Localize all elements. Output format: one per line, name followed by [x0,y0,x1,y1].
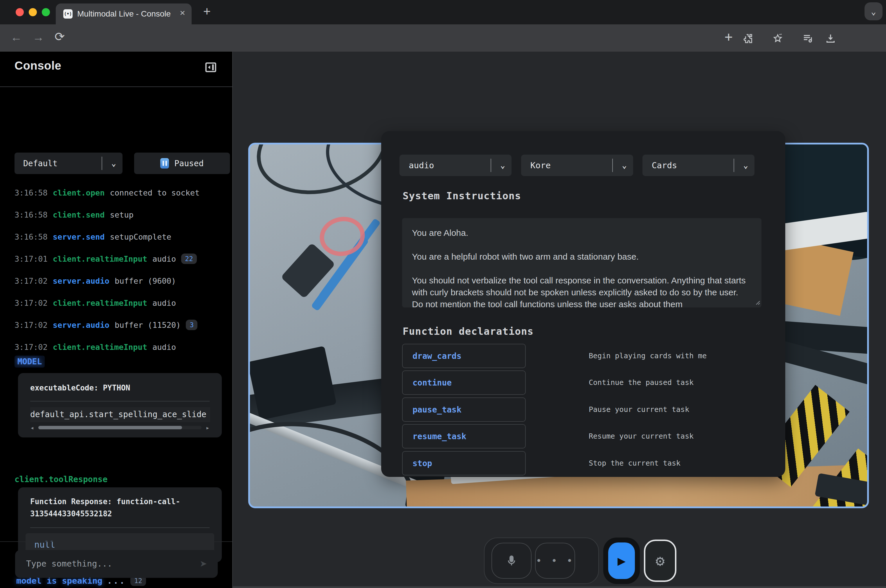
chevron-down-icon: ⌄ [871,6,876,16]
code-horizontal-scrollbar[interactable]: ◂ ▸ [30,424,210,431]
microphone-button[interactable] [492,543,531,579]
function-name: stop [412,459,432,468]
function-description: Continue the paused task [589,370,693,395]
message-input-placeholder: Type something... [26,559,112,568]
send-icon[interactable]: ➤ [200,557,207,571]
pause-button-label: Paused [174,159,203,168]
console-title: Console [15,59,61,72]
response-modality-select[interactable]: audio ⌄ [399,154,511,176]
download-icon[interactable] [824,33,836,46]
gear-icon: ⚙ [656,552,665,569]
system-instructions-textarea[interactable]: You are Aloha. You are a helpful robot w… [402,218,761,308]
voice-select[interactable]: Kore ⌄ [521,154,633,176]
forward-button[interactable]: → [33,31,44,44]
executable-code-text: default_api.start_spelling_ace_slide [30,407,210,422]
message-input[interactable]: Type something... ➤ [15,550,218,578]
log-count-badge: 3 [186,320,197,330]
side-panel-plus-icon[interactable]: + [725,29,733,45]
preset-select[interactable]: Default ⌄ [15,153,122,174]
log-message: buffer (9600) [115,276,176,285]
function-description: Pause your current task [589,398,689,422]
log-count-badge: 22 [181,254,197,264]
log-source: client.open [53,188,105,197]
log-row: 3:17:01 client.realtimeInput audio 22 [15,248,229,270]
function-name: continue [412,378,452,387]
scrollbar-track[interactable] [38,426,202,429]
log-time: 3:17:01 [15,254,48,263]
sidebar-divider [0,541,232,542]
log-source: client.send [53,210,105,219]
select-divider [102,157,102,170]
scroll-left-icon[interactable]: ◂ [30,424,34,431]
log-source: client.realtimeInput [53,298,147,308]
log-source: server.audio [53,321,110,330]
chevron-down-icon: ⌄ [622,160,627,170]
tool-response-value: null [34,540,55,550]
close-window-button[interactable] [16,8,24,16]
collapse-panel-icon[interactable] [205,61,217,74]
textarea-resize-handle[interactable] [754,299,760,305]
log-message: buffer (11520) [115,321,181,330]
play-button-container: ▶ [603,537,640,584]
log-source: client.realtimeInput [53,254,147,263]
log-row: 3:17:02 client.realtimeInput audio [15,292,229,314]
log-time: 3:17:02 [15,276,48,285]
back-button[interactable]: ← [11,31,22,44]
zoom-window-button[interactable] [42,8,50,16]
function-pill[interactable]: stop [402,451,526,476]
more-options-button[interactable]: • • • [535,543,575,579]
function-description: Begin playing cards with me [589,344,707,368]
new-tab-button[interactable]: + [203,4,211,19]
log-message: audio [152,298,176,308]
log-source: server.audio [53,276,110,285]
function-pill[interactable]: draw_cards [402,344,526,368]
main-area: audio ⌄ Kore ⌄ Cards ⌄ System Instructio… [233,52,886,588]
select-value: Kore [530,160,551,170]
scrollbar-thumb[interactable] [38,426,182,429]
function-name: resume_task [412,432,466,441]
function-pill[interactable]: resume_task [402,424,526,448]
function-response-line1: Function Response: function-call- [30,497,180,506]
log-message: setup [110,210,134,219]
scroll-right-icon[interactable]: ▸ [206,424,210,431]
bookmarks-sparkle-star-icon[interactable] [772,33,784,46]
log-time: 3:16:58 [15,188,48,197]
pause-stream-button[interactable]: Paused [134,153,230,174]
log-row: 3:17:02 client.realtimeInput audio [15,336,229,358]
preset-mode-select[interactable]: Cards ⌄ [642,154,755,176]
executable-code-header: executableCode: PYTHON [30,384,130,392]
log-source: server.send [53,232,105,242]
log-row: 3:16:58 client.open connected to socket [15,182,229,204]
play-button[interactable]: ▶ [608,543,635,579]
system-instructions-title: System Instructions [403,190,521,202]
microphone-icon [505,554,518,567]
tab-close-icon[interactable]: × [180,8,185,18]
tab-search-button[interactable]: ⌄ [865,2,883,20]
settings-overlay-panel: audio ⌄ Kore ⌄ Cards ⌄ System Instructio… [381,131,785,477]
console-sidebar: Console Default ⌄ Paused 3:16:58 client.… [0,52,233,588]
function-name: pause_task [412,405,462,414]
extensions-puzzle-icon[interactable] [742,33,754,46]
ellipsis-icon: • • • [536,555,574,567]
function-pill[interactable]: pause_task [402,398,526,422]
red-circle-marker [316,213,369,260]
browser-toolbar: ← → ⟳ + ⋮ ⓘ [0,24,886,52]
preset-select-value: Default [23,159,57,168]
log-message: audio [152,343,176,352]
console-header: Console [0,52,232,87]
function-pill[interactable]: continue [402,370,526,395]
select-value: audio [409,160,434,170]
log-time: 3:16:58 [15,232,48,242]
minimize-window-button[interactable] [29,8,37,16]
log-message: setupComplete [110,232,171,242]
log-source: client.realtimeInput [53,343,147,352]
log-row: 3:16:58 server.send setupComplete [15,226,229,248]
reload-button[interactable]: ⟳ [54,30,65,44]
browser-tab[interactable]: (•) Multimodal Live - Console × [56,3,192,24]
select-divider [490,159,491,172]
settings-button[interactable]: ⚙ [644,540,676,582]
function-response-line2: 313544433045532182 [30,509,112,518]
executable-code-card: executableCode: PYTHON default_api.start… [18,373,222,438]
media-playlist-icon[interactable] [802,33,814,46]
function-declarations-title: Function declarations [403,326,534,337]
